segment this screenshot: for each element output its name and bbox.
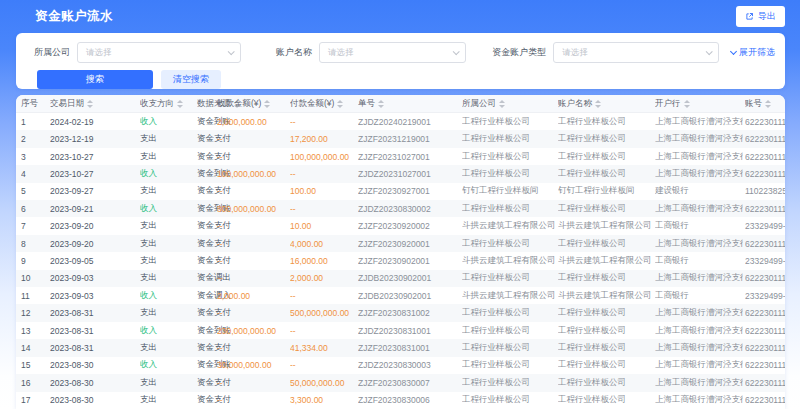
company-select-placeholder: 请选择 [86,47,112,59]
cell-bank: 上海工商银行漕河泾支行 [655,235,743,252]
cell-order_no: ZJDB20230902001 [358,287,458,304]
cell-company: 斗拱云建筑工程有限公司 [462,217,556,234]
cell-company: 工程行业样板公司 [462,130,556,147]
sort-icon[interactable] [87,100,93,108]
column-header-account_name[interactable]: 账户名称 [558,95,653,113]
cell-index: 3 [21,148,47,165]
cell-date: 2023-08-31 [50,304,138,321]
cell-paid: -- [290,322,356,339]
column-header-company[interactable]: 所属公司 [462,95,556,113]
table-row: 142023-08-31支出资金支付--41,334.00ZJZF2023083… [16,339,785,356]
cell-order_no: ZJDZ20230830002 [358,200,458,217]
column-header-date[interactable]: 交易日期 [50,95,138,113]
cell-date: 2023-10-27 [50,165,138,182]
sort-icon[interactable] [765,100,771,108]
column-label: 付款金额(¥) [290,98,334,110]
sort-icon[interactable] [684,100,690,108]
table-row: 52023-09-27支出资金支付--100.00ZJZF20230927001… [16,183,785,200]
cell-account_name: 斗拱云建筑工程有限公司 [558,252,653,269]
cell-account_no: 622230111 [745,322,785,339]
cell-bank: 上海工商银行漕河泾支行 [655,165,743,182]
export-button[interactable]: 导出 [736,6,785,27]
cell-company: 钉钉工程行业样板间 [462,183,556,200]
cell-received: -- [217,130,289,147]
chevron-down-icon [706,48,713,55]
column-label: 账户名称 [558,98,592,110]
cell-direction: 支出 [140,183,196,200]
cell-account_no: 23329499- [745,252,785,269]
cell-index: 12 [21,304,47,321]
account-type-select[interactable]: 请选择 [553,42,719,63]
cell-company: 工程行业样板公司 [462,148,556,165]
cell-paid: 4,000.00 [290,235,356,252]
column-header-account_no[interactable]: 账号 [745,95,785,113]
cell-order_no: ZJZF20230830006 [358,392,458,409]
sort-icon[interactable] [177,100,183,108]
cell-account_name: 工程行业样板公司 [558,130,653,147]
column-header-received[interactable]: 收款金额(¥) [217,95,289,113]
cell-received: -- [217,392,289,409]
cell-index: 5 [21,183,47,200]
cell-direction: 收入 [140,165,196,182]
cell-date: 2023-09-05 [50,252,138,269]
table-row: 62023-09-21收入资金到账800,000,000.00--ZJDZ202… [16,200,785,217]
account-name-filter-label: 账户名称 [276,46,312,59]
cell-date: 2023-08-30 [50,357,138,374]
account-name-placeholder: 请选择 [328,47,354,59]
cell-order_no: ZJDB20230902001 [358,270,458,287]
cell-order_no: ZJZF20231027001 [358,148,458,165]
cell-paid: 10.00 [290,217,356,234]
table-row: 152023-08-30收入资金到账30,000,000.00--ZJDZ202… [16,357,785,374]
cell-direction: 支出 [140,392,196,409]
sort-icon[interactable] [378,100,384,108]
cell-date: 2023-08-31 [50,339,138,356]
cell-received: -- [217,374,289,391]
cell-company: 工程行业样板公司 [462,357,556,374]
table-header-row: 序号交易日期收支方向数据来源收款金额(¥)付款金额(¥)单号所属公司账户名称开户… [16,95,785,113]
cell-company: 工程行业样板公司 [462,304,556,321]
column-header-bank[interactable]: 开户行 [655,95,743,113]
cell-received: 30,000,000.00 [217,357,289,374]
cell-paid: 3,300.00 [290,392,356,409]
cell-company: 工程行业样板公司 [462,339,556,356]
cell-paid: 50,000,000.00 [290,374,356,391]
account-name-select[interactable]: 请选择 [319,42,466,63]
company-select[interactable]: 请选择 [77,42,241,63]
column-header-direction[interactable]: 收支方向 [140,95,196,113]
cell-account_no: 23329499- [745,287,785,304]
export-label: 导出 [758,10,776,23]
clear-search-button[interactable]: 清空搜索 [161,70,221,89]
column-header-order_no[interactable]: 单号 [358,95,458,113]
cell-direction: 收入 [140,200,196,217]
search-button[interactable]: 搜索 [37,70,153,89]
cell-bank: 上海工商银行漕河泾支行 [655,374,743,391]
sort-icon[interactable] [337,100,343,108]
cell-order_no: ZJZF20230927001 [358,183,458,200]
column-header-paid[interactable]: 付款金额(¥) [290,95,356,113]
cell-account_name: 工程行业样板公司 [558,235,653,252]
cell-bank: 上海工商银行漕河泾支行 [655,392,743,409]
cell-direction: 支出 [140,252,196,269]
expand-filters-label: 展开筛选 [739,46,775,59]
sort-icon[interactable] [264,100,270,108]
cell-account_no: 622230111 [745,270,785,287]
cell-account_name: 斗拱云建筑工程有限公司 [558,217,653,234]
cell-direction: 支出 [140,130,196,147]
cell-account_name: 工程行业样板公司 [558,200,653,217]
cell-order_no: ZJDZ20230831001 [358,322,458,339]
table-row: 112023-09-03收入资金调入2,000.00--ZJDB20230902… [16,287,785,304]
cell-bank: 工商银行 [655,252,743,269]
cell-index: 1 [21,113,47,130]
cell-paid: -- [290,200,356,217]
cell-index: 17 [21,392,47,409]
export-icon [745,12,754,21]
cell-paid: 41,334.00 [290,339,356,356]
expand-filters-link[interactable]: 展开筛选 [731,46,775,59]
cell-account_name: 工程行业样板公司 [558,270,653,287]
cell-direction: 支出 [140,217,196,234]
sort-icon[interactable] [499,100,505,108]
cell-received: -- [217,252,289,269]
column-label: 开户行 [655,98,681,110]
sort-icon[interactable] [595,100,601,108]
cell-date: 2023-09-21 [50,200,138,217]
